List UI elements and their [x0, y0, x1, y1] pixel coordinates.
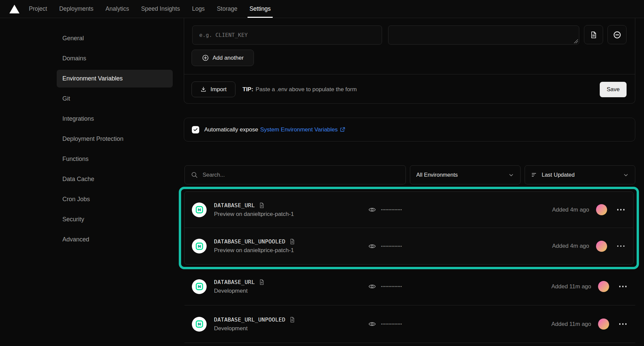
masked-value: ••••••••••••••: [381, 285, 402, 288]
remove-row-button[interactable]: [607, 25, 627, 44]
env-var-name: DATABASE_URL: [214, 202, 255, 209]
import-button[interactable]: Import: [192, 81, 235, 97]
reveal-value-eye-icon[interactable]: [368, 242, 376, 250]
neon-integration-icon: [192, 203, 207, 217]
paste-env-file-button[interactable]: [584, 25, 603, 44]
env-var-row[interactable]: DATABASE_URL_UNPOOLED Preview on danielt…: [184, 228, 633, 264]
top-nav: Project Deployments Analytics Speed Insi…: [0, 0, 644, 18]
neon-integration-icon: [192, 279, 207, 294]
sidebar-item-integrations[interactable]: Integrations: [57, 110, 173, 128]
copy-note-icon[interactable]: [289, 316, 296, 323]
avatar: [598, 281, 609, 292]
reveal-value-eye-icon[interactable]: [368, 283, 376, 290]
highlighted-rows-card: DATABASE_URL Preview on danieltprice-pat…: [184, 191, 634, 265]
env-var-name: DATABASE_URL: [214, 279, 255, 285]
row-menu-button[interactable]: [619, 286, 627, 287]
sidebar-item-domains[interactable]: Domains: [57, 50, 173, 67]
add-another-button[interactable]: Add another: [192, 50, 254, 66]
search-field[interactable]: [184, 165, 406, 184]
document-icon: [590, 31, 598, 39]
sidebar-item-security[interactable]: Security: [57, 211, 173, 228]
chevron-down-icon: [623, 172, 629, 178]
sidebar-item-functions[interactable]: Functions: [57, 150, 173, 168]
sidebar-item-cron-jobs[interactable]: Cron Jobs: [57, 190, 173, 208]
env-var-target: Preview on danieltprice-patch-1: [214, 247, 296, 254]
sort-filter-value: Last Updated: [542, 172, 575, 178]
sidebar-item-git[interactable]: Git: [57, 90, 173, 108]
tip-text: Paste a .env above to populate the form: [256, 86, 357, 93]
env-var-name: DATABASE_URL_UNPOOLED: [214, 316, 285, 323]
row-menu-button[interactable]: [617, 209, 625, 211]
tip-prefix: TIP:: [243, 86, 253, 93]
nav-tab-project[interactable]: Project: [29, 0, 47, 18]
env-var-row[interactable]: DATABASE_URL_UNPOOLED Development: [184, 305, 635, 343]
added-timestamp: Added 4m ago: [552, 243, 589, 249]
added-timestamp: Added 11m ago: [551, 321, 591, 328]
nav-tab-storage[interactable]: Storage: [217, 0, 237, 18]
sort-filter-select[interactable]: Last Updated: [525, 165, 635, 184]
neon-integration-icon: [192, 239, 207, 253]
import-tip: TIP: Paste a .env above to populate the …: [243, 81, 357, 97]
highlight-annotation-box: DATABASE_URL Preview on danieltprice-pat…: [179, 187, 639, 269]
env-var-target: Development: [214, 288, 265, 294]
masked-value: ••••••••••••••: [381, 244, 402, 248]
added-timestamp: Added 4m ago: [552, 207, 589, 213]
env-var-target: Development: [214, 325, 296, 332]
search-input[interactable]: [203, 172, 399, 178]
env-var-name: DATABASE_URL_UNPOOLED: [214, 238, 285, 245]
sort-lines-icon: [531, 172, 537, 178]
avatar: [596, 241, 607, 252]
form-footer-divider: [184, 74, 635, 74]
sidebar-item-general[interactable]: General: [57, 30, 173, 47]
env-list-filters: All Environments Last Updated: [184, 165, 635, 184]
env-var-row[interactable]: DATABASE_URL Preview on danieltprice-pat…: [184, 192, 633, 228]
env-value-textarea[interactable]: [388, 25, 579, 45]
nav-tab-speed-insights[interactable]: Speed Insights: [141, 0, 180, 18]
sidebar-item-environment-variables[interactable]: Environment Variables: [57, 70, 173, 88]
env-value-field-wrap: [388, 25, 579, 45]
environment-filter-select[interactable]: All Environments: [410, 165, 521, 184]
import-label: Import: [210, 86, 226, 93]
copy-note-icon[interactable]: [289, 238, 296, 245]
sidebar-item-advanced[interactable]: Advanced: [57, 231, 173, 248]
row-menu-button[interactable]: [617, 245, 625, 247]
env-var-row[interactable]: DATABASE_URL Development: [184, 268, 635, 305]
settings-sidebar: General Domains Environment Variables Gi…: [0, 18, 184, 346]
vercel-logo[interactable]: [9, 0, 19, 18]
nav-tab-deployments[interactable]: Deployments: [59, 0, 93, 18]
vercel-triangle-icon: [9, 5, 19, 13]
expose-label: Automatically expose: [204, 126, 258, 133]
nav-tab-analytics[interactable]: Analytics: [106, 0, 129, 18]
chevron-down-icon: [508, 172, 514, 178]
reveal-value-eye-icon[interactable]: [368, 320, 376, 328]
avatar: [596, 204, 607, 215]
checkmark-icon: [193, 127, 198, 132]
download-icon: [200, 86, 207, 93]
external-link-icon: [340, 127, 345, 132]
reveal-value-eye-icon[interactable]: [368, 206, 376, 214]
minus-circle-icon: [613, 31, 622, 39]
search-icon: [191, 171, 198, 178]
add-another-label: Add another: [213, 55, 244, 61]
nav-tab-logs[interactable]: Logs: [192, 0, 205, 18]
plus-circle-icon: [202, 54, 209, 61]
copy-note-icon[interactable]: [259, 279, 265, 285]
sidebar-item-deployment-protection[interactable]: Deployment Protection: [57, 130, 173, 148]
env-var-target: Preview on danieltprice-patch-1: [214, 211, 294, 218]
save-button[interactable]: Save: [600, 82, 627, 97]
nav-tab-settings[interactable]: Settings: [250, 0, 271, 18]
row-menu-button[interactable]: [619, 323, 627, 325]
environment-filter-value: All Environments: [416, 172, 458, 178]
copy-note-icon[interactable]: [259, 202, 265, 209]
textarea-resize-handle[interactable]: [574, 39, 578, 43]
expose-checkbox[interactable]: [192, 126, 199, 133]
system-env-variables-link[interactable]: System Environment Variables: [260, 126, 345, 133]
neon-integration-icon: [192, 317, 207, 332]
env-key-input[interactable]: [192, 25, 382, 45]
masked-value: ••••••••••••••: [381, 322, 402, 326]
env-var-form-card: Add another Import TIP: Paste a .env abo…: [184, 18, 635, 104]
masked-value: ••••••••••••••: [381, 208, 402, 212]
avatar: [598, 319, 609, 330]
system-env-link-label: System Environment Variables: [260, 126, 338, 133]
sidebar-item-data-cache[interactable]: Data Cache: [57, 170, 173, 188]
